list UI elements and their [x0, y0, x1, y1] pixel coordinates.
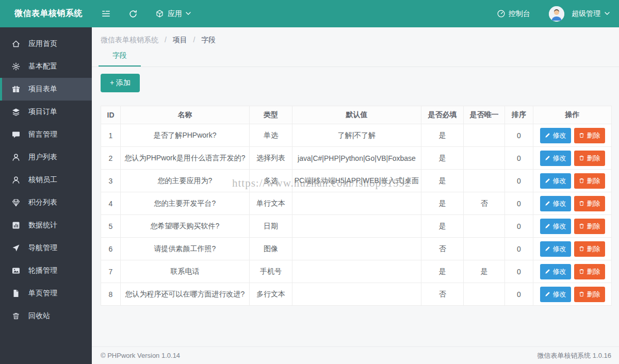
cell-type: 多选	[250, 170, 292, 192]
cell-sort: 0	[505, 192, 533, 215]
cell-unique	[464, 147, 505, 170]
app-title: 微信表单核销系统	[0, 8, 92, 19]
tab-fields[interactable]: 字段	[99, 51, 141, 67]
table-row: 3 您的主要应用为? 多选 PC端|移动端H5|APP|WEB|嵌入式|桌面 是…	[101, 170, 612, 192]
edit-button[interactable]: 修改	[540, 264, 571, 279]
file-icon	[11, 289, 21, 298]
sidebar-item-label: 轮播管理	[28, 266, 57, 275]
app-menu-dropdown[interactable]: 应用	[155, 9, 191, 19]
cell-default: java|C#|PHP|Python|Go|VB|Foxbase	[292, 147, 421, 170]
edit-button[interactable]: 修改	[540, 128, 571, 143]
breadcrumb-item-system[interactable]: 微信表单核销系统	[101, 36, 158, 44]
breadcrumb-item-field: 字段	[201, 36, 216, 44]
trash-icon	[579, 201, 584, 206]
refresh-button[interactable]	[128, 9, 138, 19]
column-header-unique: 是否唯一	[464, 106, 505, 124]
cell-actions: 修改删除	[533, 260, 612, 283]
delete-button[interactable]: 删除	[574, 173, 605, 189]
cell-type: 选择列表	[250, 147, 292, 170]
cell-name: 联系电话	[121, 260, 250, 283]
sidebar-item-single-page-management[interactable]: 单页管理	[0, 282, 92, 305]
cell-required: 是	[421, 124, 464, 147]
cell-type: 多行文本	[250, 283, 292, 306]
sidebar-item-nav-management[interactable]: 导航管理	[0, 237, 92, 259]
cell-id: 3	[101, 170, 121, 192]
trash-icon	[579, 223, 584, 229]
trash-icon	[11, 311, 21, 321]
topbar-right-tools: 控制台 超级管理	[497, 6, 619, 22]
edit-button[interactable]: 修改	[540, 151, 571, 166]
cube-icon	[155, 9, 164, 18]
delete-button[interactable]: 删除	[574, 151, 605, 166]
sidebar-item-basic-config[interactable]: 基本配置	[0, 55, 92, 78]
sidebar-item-project-form[interactable]: 项目表单	[0, 78, 92, 101]
sidebar-item-message-management[interactable]: 留言管理	[0, 123, 92, 146]
pencil-icon	[545, 155, 550, 161]
menu-fold-button[interactable]	[101, 9, 111, 19]
delete-button[interactable]: 删除	[574, 219, 605, 234]
cell-id: 2	[101, 147, 121, 170]
cell-default: PC端|移动端H5|APP|WEB|嵌入式|桌面	[292, 170, 421, 192]
cell-actions: 修改删除	[533, 192, 612, 215]
delete-button[interactable]: 删除	[574, 287, 605, 302]
cell-id: 6	[101, 238, 121, 260]
edit-button[interactable]: 修改	[540, 196, 571, 211]
edit-button[interactable]: 修改	[540, 219, 571, 234]
cell-type: 单行文本	[250, 192, 292, 215]
gift-icon	[11, 85, 21, 94]
sidebar-item-label: 项目订单	[28, 107, 57, 117]
chevron-down-icon	[605, 12, 610, 15]
cell-unique	[464, 238, 505, 260]
delete-button[interactable]: 删除	[574, 241, 605, 257]
cell-unique	[464, 170, 505, 192]
delete-button[interactable]: 删除	[574, 128, 605, 143]
cell-default	[292, 192, 421, 215]
sidebar-item-carousel-management[interactable]: 轮播管理	[0, 259, 92, 282]
cell-sort: 0	[505, 260, 533, 283]
edit-button[interactable]: 修改	[540, 241, 571, 257]
sidebar-item-recycle-bin[interactable]: 回收站	[0, 305, 92, 327]
add-button[interactable]: + 添加	[101, 74, 140, 92]
cell-sort: 0	[505, 170, 533, 192]
sidebar-item-points-list[interactable]: 积分列表	[0, 191, 92, 214]
table-header-row: ID 名称 类型 默认值 是否必填 是否唯一 排序 操作	[101, 106, 612, 124]
sidebar-item-app-home[interactable]: 应用首页	[0, 32, 92, 55]
cell-sort: 0	[505, 124, 533, 147]
pencil-icon	[545, 201, 550, 206]
edit-button[interactable]: 修改	[540, 287, 571, 302]
pencil-icon	[545, 133, 550, 138]
cell-default	[292, 215, 421, 238]
cell-name: 您认为PHPwork是用什么语言开发的?	[121, 147, 250, 170]
top-header: 微信表单核销系统 应用	[0, 0, 619, 27]
column-header-actions: 操作	[533, 106, 612, 124]
avatar[interactable]	[549, 6, 564, 22]
sidebar-item-label: 基本配置	[28, 62, 57, 71]
delete-button[interactable]: 删除	[574, 196, 605, 211]
delete-button[interactable]: 删除	[574, 264, 605, 279]
cell-default	[292, 260, 421, 283]
sidebar-item-label: 数据统计	[28, 221, 57, 230]
cell-required: 是	[421, 170, 464, 192]
cell-actions: 修改删除	[533, 238, 612, 260]
cell-sort: 0	[505, 215, 533, 238]
sidebar-item-verification-staff[interactable]: 核销员工	[0, 169, 92, 191]
sidebar-item-label: 积分列表	[28, 198, 57, 207]
cell-id: 5	[101, 215, 121, 238]
cell-actions: 修改删除	[533, 124, 612, 147]
cell-id: 8	[101, 283, 121, 306]
console-link[interactable]: 控制台	[497, 9, 530, 19]
cell-id: 7	[101, 260, 121, 283]
breadcrumb-item-project[interactable]: 项目	[173, 36, 187, 44]
sidebar-item-project-orders[interactable]: 项目订单	[0, 101, 92, 123]
cell-required: 否	[421, 283, 464, 306]
cell-required: 是	[421, 215, 464, 238]
cell-unique	[464, 215, 505, 238]
cell-required: 是	[421, 192, 464, 215]
sidebar-item-label: 留言管理	[28, 130, 57, 139]
sidebar-item-data-statistics[interactable]: 数据统计	[0, 214, 92, 237]
trash-icon	[579, 246, 584, 252]
sidebar-item-user-list[interactable]: 用户列表	[0, 146, 92, 169]
main-content: 微信表单核销系统 / 项目 / 字段 字段 + 添加 ID 名称 类型 默认值 …	[92, 27, 619, 364]
user-menu-dropdown[interactable]: 超级管理	[572, 9, 610, 19]
edit-button[interactable]: 修改	[540, 173, 571, 189]
